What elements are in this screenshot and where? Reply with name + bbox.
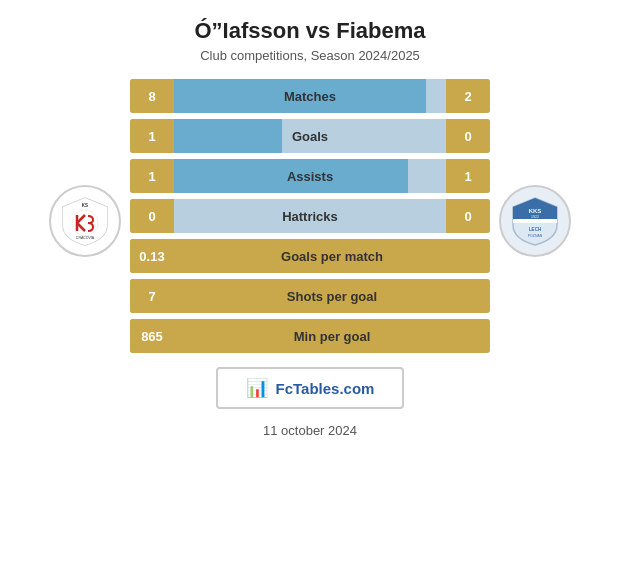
stat-left-matches: 8 xyxy=(130,79,174,113)
stat-left-min-per-goal: 865 xyxy=(130,319,174,353)
stat-label-hattricks: Hattricks xyxy=(174,199,446,233)
date-label: 11 october 2024 xyxy=(263,423,357,438)
page-container: Ó”Iafsson vs Fiabema Club competitions, … xyxy=(0,0,620,580)
main-section: KS CRACOVIA 8 Matches 2 xyxy=(10,79,610,353)
stat-right-hattricks: 0 xyxy=(446,199,490,233)
svg-rect-6 xyxy=(513,219,557,223)
stat-row-matches: 8 Matches 2 xyxy=(130,79,490,113)
stat-row-hattricks: 0 Hattricks 0 xyxy=(130,199,490,233)
stat-label-shots-per-goal: Shots per goal xyxy=(174,279,490,313)
fctables-label: FcTables.com xyxy=(276,380,375,397)
stat-row-assists: 1 Assists 1 xyxy=(130,159,490,193)
stat-row-min-per-goal: 865 Min per goal xyxy=(130,319,490,353)
page-title: Ó”Iafsson vs Fiabema xyxy=(194,18,425,44)
svg-text:POZNAŃ: POZNAŃ xyxy=(528,234,543,238)
stat-left-shots-per-goal: 7 xyxy=(130,279,174,313)
svg-text:CRACOVIA: CRACOVIA xyxy=(76,236,95,240)
stats-column: 8 Matches 2 1 Goals 0 xyxy=(130,79,490,353)
fctables-icon: 📊 xyxy=(246,377,268,399)
cracovia-shield-icon: KS CRACOVIA xyxy=(59,195,111,247)
stat-left-goals-per-match: 0.13 xyxy=(130,239,174,273)
stat-label-assists: Assists xyxy=(174,159,446,193)
lech-logo: KKS LECH POZNAŃ 1922 xyxy=(499,185,571,257)
logo-left: KS CRACOVIA xyxy=(40,175,130,257)
stat-right-goals: 0 xyxy=(446,119,490,153)
stat-label-min-per-goal: Min per goal xyxy=(174,319,490,353)
page-subtitle: Club competitions, Season 2024/2025 xyxy=(200,48,420,63)
svg-text:LECH: LECH xyxy=(529,227,541,232)
stat-label-goals: Goals xyxy=(174,119,446,153)
stat-left-hattricks: 0 xyxy=(130,199,174,233)
stat-right-assists: 1 xyxy=(446,159,490,193)
stat-left-assists: 1 xyxy=(130,159,174,193)
svg-text:KS: KS xyxy=(82,203,88,208)
stat-row-goals: 1 Goals 0 xyxy=(130,119,490,153)
svg-text:1922: 1922 xyxy=(531,215,539,219)
stat-right-matches: 2 xyxy=(446,79,490,113)
svg-text:KKS: KKS xyxy=(529,208,542,214)
stat-label-goals-per-match: Goals per match xyxy=(174,239,490,273)
lech-shield-icon: KKS LECH POZNAŃ 1922 xyxy=(509,195,561,247)
logo-right: KKS LECH POZNAŃ 1922 xyxy=(490,175,580,257)
fctables-banner[interactable]: 📊 FcTables.com xyxy=(216,367,405,409)
stat-row-goals-per-match: 0.13 Goals per match xyxy=(130,239,490,273)
stat-left-goals: 1 xyxy=(130,119,174,153)
stat-row-shots-per-goal: 7 Shots per goal xyxy=(130,279,490,313)
cracovia-logo: KS CRACOVIA xyxy=(49,185,121,257)
stat-label-matches: Matches xyxy=(174,79,446,113)
